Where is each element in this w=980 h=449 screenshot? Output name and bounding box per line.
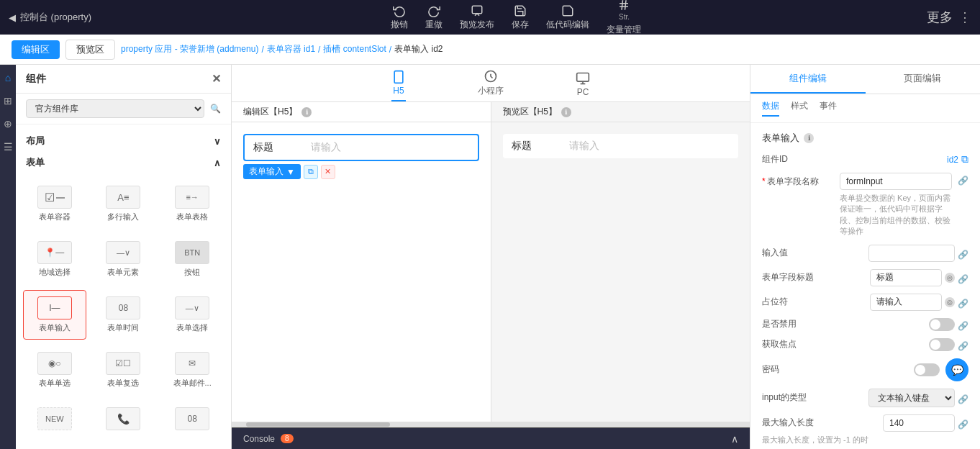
comp-label-form-container: 表单容器 <box>39 212 71 222</box>
prop-label-disabled: 是否禁用 <box>762 318 834 330</box>
prop-link-input-value[interactable]: 🔗 <box>958 250 968 260</box>
comp-item-new[interactable]: NEW <box>23 401 86 440</box>
comp-icon-phone: 📞 <box>106 407 140 430</box>
console-bar[interactable]: Console 8 ∧ <box>232 427 750 449</box>
comp-item-form-input[interactable]: I— 表单输入 <box>23 290 86 340</box>
component-toolbar: 表单输入 ▼ ⧉ ✕ <box>243 164 479 179</box>
comp-item-date08[interactable]: 08 <box>160 401 224 440</box>
prop-toggle-disabled[interactable] <box>929 318 955 331</box>
subtab-style[interactable]: 样式 <box>791 100 808 117</box>
breadcrumb-sep-1: / <box>318 45 320 55</box>
breadcrumb-item-2[interactable]: 插槽 contentSlot <box>323 43 386 55</box>
prop-max-length-row: 最大输入长度 🔗 <box>762 414 968 432</box>
sidebar-settings-icon[interactable]: ☰ <box>1 140 15 154</box>
sidebar-home-icon[interactable]: ⌂ <box>1 71 15 85</box>
main-container: 编辑区 预览区 property 应用 - 荣誉新增 (addmenu) / 表… <box>0 35 980 449</box>
comp-item-form-radio[interactable]: ◉○ 表单单选 <box>23 345 86 395</box>
comp-item-geo-select[interactable]: 📍— 地域选择 <box>23 235 86 284</box>
more-icon[interactable]: ⋮ <box>958 9 971 25</box>
comp-item-form-time[interactable]: 08 表单时间 <box>92 290 155 340</box>
prop-field-title-input[interactable] <box>870 269 942 286</box>
prop-link-focus[interactable]: 🔗 <box>958 341 968 351</box>
prop-placeholder-row: 占位符 ◎ 🔗 <box>762 294 968 311</box>
form-section-header[interactable]: 表单 ∧ <box>23 152 224 173</box>
prop-max-length-input[interactable] <box>883 414 955 432</box>
prop-link-field-title[interactable]: 🔗 <box>958 274 968 284</box>
breadcrumb-item-1[interactable]: 表单容器 id1 <box>267 43 315 55</box>
breadcrumb-sep-2: / <box>389 45 391 55</box>
prop-link-placeholder[interactable]: 🔗 <box>958 299 968 309</box>
tab-page-edit[interactable]: 页面编辑 <box>866 65 981 94</box>
tab-component-edit[interactable]: 组件编辑 <box>750 65 866 94</box>
comp-item-form-checkbox[interactable]: ☑☐ 表单复选 <box>92 345 155 395</box>
subtab-event[interactable]: 事件 <box>820 100 837 117</box>
more-button[interactable]: 更多 <box>927 9 953 26</box>
device-tab-h5[interactable]: H5 <box>391 70 406 101</box>
prop-label-password: 密码 <box>762 363 834 376</box>
prop-placeholder-input[interactable] <box>870 294 942 311</box>
breadcrumb: property 应用 - 荣誉新增 (addmenu) / 表单容器 id1 … <box>121 43 968 55</box>
redo-button[interactable]: 重做 <box>425 4 443 31</box>
device-tab-pc[interactable]: PC <box>576 71 590 101</box>
panel-close-button[interactable]: ✕ <box>212 72 221 86</box>
save-button[interactable]: 保存 <box>512 4 529 31</box>
comp-item-form-container[interactable]: ☑ 表单容器 <box>23 179 86 229</box>
prop-toggle-focus[interactable] <box>929 338 955 351</box>
prop-input-field-name[interactable] <box>840 173 952 190</box>
scroll-thumb <box>246 422 390 427</box>
preview-info-icon[interactable]: ℹ <box>561 107 571 117</box>
search-icon[interactable]: 🔍 <box>210 104 221 114</box>
prop-input-value-field[interactable] <box>868 245 955 262</box>
h5-label: H5 <box>393 86 404 96</box>
editor-info-icon[interactable]: ℹ <box>301 107 312 117</box>
chat-button[interactable]: 💬 <box>945 358 968 381</box>
svg-line-3 <box>622 0 623 10</box>
comp-item-form-email[interactable]: ✉ 表单邮件... <box>160 345 224 395</box>
back-button[interactable]: ◀ 控制台 (property) <box>9 11 91 24</box>
device-tab-miniapp[interactable]: 小程序 <box>478 69 504 101</box>
comp-icon-form-select: —∨ <box>175 296 209 319</box>
preview-publish-button[interactable]: 预览发布 <box>460 4 494 31</box>
toolbar-comp-label[interactable]: 表单输入 ▼ <box>243 164 301 179</box>
right-subtabs: 数据 样式 事件 <box>750 94 980 123</box>
comp-item-form-table[interactable]: ≡→ 表单表格 <box>160 179 224 229</box>
toolbar-dropdown-icon: ▼ <box>286 167 295 177</box>
comp-item-button[interactable]: BTN 按钮 <box>160 235 224 284</box>
console-collapse-icon[interactable]: ∧ <box>731 433 738 445</box>
prop-link-disabled[interactable]: 🔗 <box>958 321 968 331</box>
comp-item-multiline[interactable]: A≡ 多行输入 <box>92 179 155 229</box>
lowcode-label: 低代码编辑 <box>546 19 589 31</box>
layout-section-header[interactable]: 布局 ∨ <box>23 130 224 152</box>
back-label: 控制台 (property) <box>20 11 91 24</box>
subtab-data[interactable]: 数据 <box>762 100 779 117</box>
toolbar-delete-icon[interactable]: ✕ <box>321 165 335 179</box>
comp-item-phone[interactable]: 📞 <box>92 401 155 440</box>
horizontal-scrollbar[interactable] <box>232 422 750 427</box>
prop-link-input-type[interactable]: 🔗 <box>958 394 968 404</box>
vars-button[interactable]: Str. 变量管理 <box>607 0 641 36</box>
prop-toggle-password[interactable] <box>914 363 940 376</box>
edit-area-button[interactable]: 编辑区 <box>12 40 60 59</box>
preview-area-button[interactable]: 预览区 <box>65 40 115 60</box>
component-id-row: 组件ID id2 ⧉ <box>762 153 968 165</box>
prop-focus-controls: 🔗 <box>929 338 968 351</box>
library-select[interactable]: 官方组件库 <box>26 99 204 118</box>
placeholder-info-icon[interactable]: ◎ <box>945 297 955 307</box>
field-title-info-icon[interactable]: ◎ <box>945 273 955 283</box>
toolbar-copy-icon[interactable]: ⧉ <box>304 165 318 179</box>
prop-select-input-type[interactable]: 文本输入键盘 数字键盘 身份证键盘 <box>868 389 955 407</box>
undo-button[interactable]: 撤销 <box>391 4 408 31</box>
prop-link-max-length[interactable]: 🔗 <box>958 419 968 430</box>
comp-item-form-select[interactable]: —∨ 表单选择 <box>160 290 224 340</box>
sidebar-puzzle-icon[interactable]: ⊕ <box>1 117 15 131</box>
section-info-icon[interactable]: ℹ <box>804 133 814 143</box>
prop-link-field-name[interactable]: 🔗 <box>958 176 968 186</box>
comp-icon-multiline: A≡ <box>106 186 140 209</box>
comp-item-form-element[interactable]: —∨ 表单元素 <box>92 235 155 284</box>
sidebar-layers-icon[interactable]: ⊞ <box>1 94 15 108</box>
copy-id-icon[interactable]: ⧉ <box>961 153 968 165</box>
prop-label-field-title: 表单字段标题 <box>762 271 834 284</box>
form-item-editor[interactable]: 标题 请输入 <box>243 134 479 161</box>
breadcrumb-item-0[interactable]: property 应用 - 荣誉新增 (addmenu) <box>121 43 258 55</box>
lowcode-button[interactable]: 低代码编辑 <box>546 4 589 31</box>
